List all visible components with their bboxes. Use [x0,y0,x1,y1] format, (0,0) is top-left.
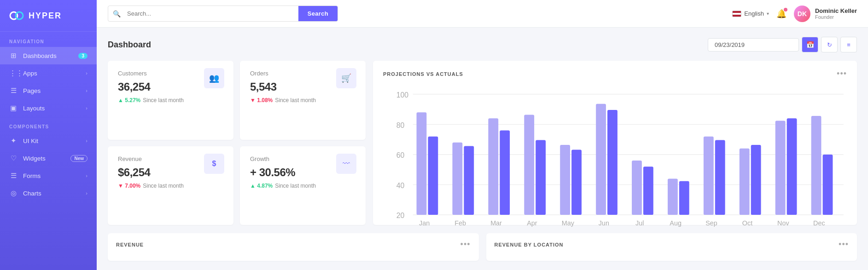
language-selector[interactable]: English ▾ [732,10,769,17]
sidebar-item-charts[interactable]: ◎ Charts › [0,184,97,202]
topbar-right: English ▾ 🔔 DK Dominic Keller Founder [732,6,857,22]
logo-area: HYPER [0,0,97,32]
chevron-right-icon: › [86,70,87,76]
revenue-header: REVENUE ••• [116,240,471,249]
logo-icon [9,8,24,23]
bar-projected [524,115,534,215]
revenue-menu-button[interactable]: ••• [460,240,471,249]
search-input[interactable] [125,6,298,21]
badge-count: 3 [78,53,87,59]
bar-actual [787,118,797,215]
refresh-button[interactable]: ↻ [821,37,838,52]
logo-text: HYPER [29,11,62,21]
revenue-location-menu-button[interactable]: ••• [839,240,849,249]
orders-icon: 🛒 [336,68,356,88]
bar-actual [643,167,653,215]
charts-icon: ◎ [9,189,17,197]
revenue-icon: $ [204,154,224,174]
svg-text:40: 40 [396,182,405,190]
stat-card-customers: 👥 Customers 36,254 ▲ 5.27% Since last mo… [108,61,233,140]
revenue-section: REVENUE ••• [108,233,479,261]
notification-button[interactable]: 🔔 [776,9,786,19]
badge-new: New [70,155,87,162]
sidebar-item-label: Dashboards [23,52,57,59]
stat-card-revenue: $ Revenue $6,254 ▼ 7.00% Since last mont… [108,146,233,225]
sidebar-item-layouts[interactable]: ▣ Layouts › [0,99,97,117]
chart-title: PROJECTIONS VS ACTUALS [383,71,463,77]
sidebar-item-widgets[interactable]: ♡ Widgets New [0,149,97,167]
month-label: Oct [742,219,752,227]
stat-change: ▲ 5.27% Since last month [118,97,223,103]
dashboard-header: Dashboard 📅 ↻ ≡ [108,37,857,52]
bar-actual [464,146,474,215]
user-text: Dominic Keller Founder [815,7,857,20]
flag-icon [732,11,741,17]
bar-projected [632,161,642,215]
bar-actual [715,140,725,215]
svg-text:60: 60 [396,151,405,159]
bar-projected [596,104,606,215]
svg-point-1 [16,12,23,19]
bar-projected [704,137,714,215]
bar-projected [417,112,427,215]
sidebar-item-label: Charts [23,190,41,197]
since-label: Since last month [275,183,316,189]
month-label: Apr [527,219,537,227]
user-menu[interactable]: DK Dominic Keller Founder [794,6,857,22]
month-label: Dec [813,219,825,227]
filter-icon: ≡ [847,41,851,48]
bar-projected [740,149,750,215]
chevron-right-icon: › [86,105,87,111]
sidebar-item-label: Apps [23,70,37,77]
calendar-icon: 📅 [806,41,814,48]
change-pct: ▼ 7.00% [118,183,140,189]
stat-change: ▼ 7.00% Since last month [118,183,223,189]
notification-dot [784,8,787,11]
avatar: DK [794,6,810,22]
sidebar: HYPER NAVIGATION ⊞ Dashboards 3 ⋮⋮ Apps … [0,0,97,270]
sidebar-item-pages[interactable]: ☰ Pages › [0,82,97,99]
bottom-sections: REVENUE ••• REVENUE BY LOCATION ••• [108,233,857,261]
bar-projected [452,143,462,215]
bar-actual [428,137,438,215]
bar-chart-svg: 100 80 60 40 20 JanFebMarAprMayJunJulAug… [383,84,847,231]
date-picker[interactable] [708,38,799,52]
since-label: Since last month [143,183,184,189]
main-row: 👥 Customers 36,254 ▲ 5.27% Since last mo… [108,61,857,225]
revenue-location-header: REVENUE BY LOCATION ••• [495,240,849,249]
sidebar-item-ui-kit[interactable]: ✦ UI Kit › [0,132,97,149]
dashboard-icon: ⊞ [9,52,17,60]
user-name: Dominic Keller [815,7,857,14]
since-label: Since last month [275,97,316,103]
chart-menu-button[interactable]: ••• [837,69,847,79]
uikit-icon: ✦ [9,137,17,145]
chevron-down-icon: ▾ [767,11,769,16]
sidebar-item-forms[interactable]: ☰ Forms › [0,167,97,184]
nav-section-label: NAVIGATION [0,32,97,47]
bar-actual [571,149,582,215]
customers-icon: 👥 [204,68,224,88]
search-wrap: 🔍 Search [108,6,338,22]
chevron-right-icon: › [86,88,87,93]
change-pct: ▲ 5.27% [118,97,140,103]
sidebar-item-apps[interactable]: ⋮⋮ Apps › [0,64,97,82]
svg-text:80: 80 [396,121,405,129]
filter-button[interactable]: ≡ [840,37,857,52]
forms-icon: ☰ [9,172,17,180]
layouts-icon: ▣ [9,104,17,112]
month-label: Jun [599,219,609,227]
chart-area: 100 80 60 40 20 JanFebMarAprMayJunJulAug… [383,84,847,231]
bar-projected [560,145,570,215]
sidebar-item-dashboards[interactable]: ⊞ Dashboards 3 [0,47,97,64]
search-button[interactable]: Search [298,6,338,21]
bar-projected [668,178,678,215]
chevron-right-icon: › [86,138,87,144]
search-icon: 🔍 [108,10,125,17]
main-content: 🔍 Search English ▾ 🔔 DK Dominic Keller F… [97,0,868,270]
chart-header: PROJECTIONS VS ACTUALS ••• [383,69,847,79]
refresh-icon: ↻ [827,41,832,48]
bar-projected [811,116,821,215]
calendar-button[interactable]: 📅 [802,37,818,52]
bar-projected [775,121,786,215]
dashboard-controls: 📅 ↻ ≡ [708,37,857,52]
